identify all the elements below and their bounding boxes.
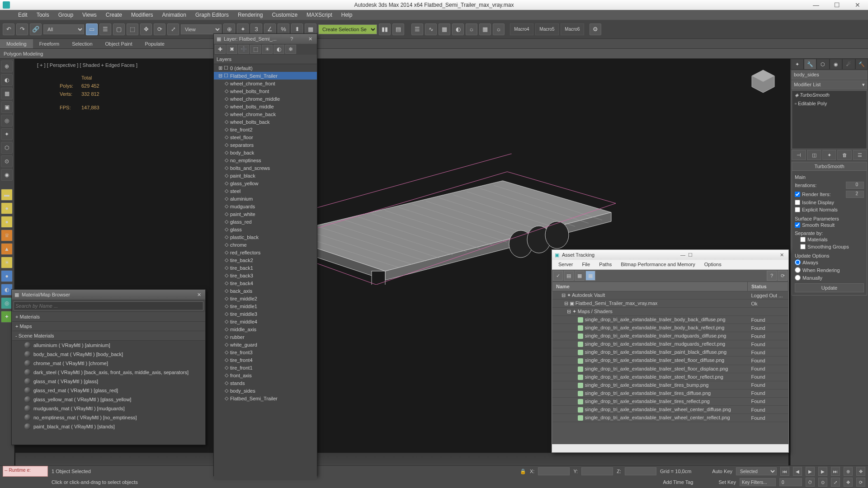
layer-row[interactable]: ◇tire_back2 [214, 256, 317, 264]
render-frame-button[interactable]: ▦ [479, 23, 491, 35]
asset-row[interactable]: single_drop_tri_axle_extandable_trailer_… [552, 389, 788, 397]
layer-row[interactable]: ◇back_axis [214, 287, 317, 295]
move-button[interactable]: ✥ [140, 23, 152, 35]
layer-row[interactable]: ◇tire_middle2 [214, 295, 317, 302]
stack-item[interactable]: ◈ TurboSmooth [792, 91, 867, 99]
asset-menu-server[interactable]: Server [554, 260, 577, 269]
highlight-icon[interactable]: ☀ [262, 45, 273, 54]
asset-row[interactable]: single_drop_tri_axle_extandable_trailer_… [552, 357, 788, 365]
layer-row[interactable]: ◇front_axis [214, 371, 317, 379]
tool-13[interactable]: ♕ [1, 230, 13, 241]
tool-7[interactable]: ⬡ [1, 142, 13, 154]
asset-refresh-icon[interactable]: ⟳ [778, 271, 788, 281]
layer-dialog[interactable]: ▦Layer: Flatbed_Semi_...?✕ ✚ ✖ ➕ ⬚ ☀ ◐ ❄… [213, 33, 317, 476]
layer-row[interactable]: ◇bolts_and_screws [214, 164, 317, 172]
nav-6[interactable]: ⟳ [856, 478, 865, 487]
tool-9[interactable]: ◉ [1, 169, 13, 181]
layer-row[interactable]: ◇wheel_chrome_middle [214, 95, 317, 103]
ribbon-tab-modeling[interactable]: Modeling [0, 39, 33, 48]
layer-row[interactable]: ◇steel [214, 187, 317, 195]
asset-row[interactable]: single_drop_tri_axle_extandable_trailer_… [552, 340, 788, 348]
keymode-select[interactable]: Selected [736, 467, 777, 475]
update-manual-radio[interactable] [795, 275, 801, 281]
freeze-icon[interactable]: ❄ [285, 45, 296, 54]
tool-6[interactable]: ✦ [1, 128, 13, 140]
explicit-check[interactable] [795, 207, 800, 212]
ribbon-tab-selection[interactable]: Selection [66, 39, 99, 48]
asset-row[interactable]: single_drop_tri_axle_extandable_trailer_… [552, 348, 788, 357]
material-item[interactable]: glass_red_mat ( VRayMtl ) [glass_red] [12, 386, 205, 395]
remove-modifier-icon[interactable]: 🗑 [837, 150, 852, 160]
scene-materials-group[interactable]: - Scene Materials [12, 331, 205, 341]
layer-row[interactable]: ◇red_reflectors [214, 249, 317, 256]
layer-row[interactable]: ⊞ ☐0 (default) [214, 64, 317, 72]
minimize-icon[interactable]: — [680, 252, 685, 258]
material-item[interactable]: paint_black_mat ( VRayMtl ) [stands] [12, 422, 205, 431]
layer-row[interactable]: ◇glass_red [214, 218, 317, 225]
macro-button[interactable]: Macro5 [535, 23, 559, 35]
layer-manager-button[interactable]: ☰ [411, 23, 423, 35]
layer-row[interactable]: ◇tire_front2 [214, 126, 317, 133]
material-item[interactable]: alluminium ( VRayMtl ) [aluminium] [12, 341, 205, 350]
pin-stack-icon[interactable]: ⊣ [792, 150, 806, 160]
layer-row[interactable]: ◇steel_floor [214, 133, 317, 141]
key-filters-button[interactable]: Key Filters... [740, 478, 776, 486]
maximize-icon[interactable]: ☐ [688, 252, 693, 258]
tool-12[interactable]: ● [1, 216, 13, 228]
selection-filter[interactable]: All [43, 24, 84, 34]
materials-group[interactable]: + Materials [12, 312, 205, 322]
material-search-input[interactable] [14, 301, 203, 310]
layer-row[interactable]: ◇middle_axis [214, 325, 317, 333]
isoline-check[interactable] [795, 200, 800, 205]
asset-row[interactable]: single_drop_tri_axle_extandable_trailer_… [552, 365, 788, 373]
layer-row[interactable]: ◇Flatbed_Semi_Trailer [214, 394, 317, 402]
utility-tab[interactable]: 🔨 [855, 59, 868, 70]
time-config-button[interactable]: ⏱ [806, 478, 815, 487]
layer-row[interactable]: ◇tire_middle1 [214, 302, 317, 310]
asset-row[interactable]: single_drop_tri_axle_extandable_trailer_… [552, 406, 788, 414]
modifier-list-dropdown[interactable]: Modifier List▾ [792, 80, 867, 89]
viewport-label[interactable]: [ + ] [ Perspective ] [ Shaded + Edged F… [37, 62, 137, 68]
layer-row[interactable]: ◇wheel_bolts_front [214, 87, 317, 95]
layer-row[interactable]: ◇glass [214, 225, 317, 233]
asset-menu-file[interactable]: File [577, 260, 594, 269]
tool-14[interactable]: ▲ [1, 243, 13, 255]
align-button[interactable]: ▤ [392, 23, 404, 35]
asset-row[interactable]: single_drop_tri_axle_extandable_trailer_… [552, 316, 788, 324]
material-item[interactable]: mudguards_mat ( VRayMtl ) [mudguards] [12, 404, 205, 413]
layer-row[interactable]: ◇body_back [214, 149, 317, 156]
select-layer-icon[interactable]: ⬚ [250, 45, 261, 54]
layer-row[interactable]: ◇tire_back3 [214, 272, 317, 279]
menu-rendering[interactable]: Rendering [233, 10, 267, 19]
menu-graph-editors[interactable]: Graph Editors [191, 10, 233, 19]
ribbon-tab-object paint[interactable]: Object Paint [99, 39, 139, 48]
menu-maxscript[interactable]: MAXScript [302, 10, 337, 19]
x-input[interactable] [538, 467, 570, 475]
material-item[interactable]: no_emptiness_mat ( VRayMtl ) [no_emptine… [12, 413, 205, 422]
close-button[interactable]: ✕ [847, 0, 868, 10]
render-iters-spinner[interactable]: 2 [846, 191, 864, 198]
undo-button[interactable]: ↶ [3, 23, 14, 35]
layer-row[interactable]: ◇separators [214, 141, 317, 149]
asset-tool-3[interactable]: ▦ [575, 271, 585, 281]
nav-2[interactable]: ✥ [856, 467, 865, 476]
new-layer-icon[interactable]: ✚ [215, 45, 226, 54]
update-button[interactable]: Update [795, 283, 864, 292]
close-icon[interactable]: ✕ [778, 252, 786, 258]
schematic-button[interactable]: ▦ [439, 23, 450, 35]
material-item[interactable]: chrome_mat ( VRayMtl ) [chrome] [12, 359, 205, 368]
layer-row[interactable]: ◇glass_yellow [214, 179, 317, 187]
tool-16[interactable]: ● [1, 270, 13, 282]
select-region-button[interactable]: ▢ [113, 23, 125, 35]
layer-row[interactable]: ◇tire_middle4 [214, 318, 317, 325]
material-browser-dialog[interactable]: ▦Material/Map Browser✕ + Materials + Map… [11, 289, 206, 445]
menu-group[interactable]: Group [54, 10, 78, 19]
layer-row[interactable]: ◇tire_back1 [214, 264, 317, 272]
y-input[interactable] [581, 467, 613, 475]
asset-row[interactable]: ⊟ ▣ Flatbed_Semi_Trailer_max_vray.maxOk [552, 300, 788, 308]
hierarchy-tab[interactable]: ⬡ [816, 59, 830, 70]
gear-icon[interactable]: ⚙ [590, 23, 601, 35]
tool-3[interactable]: ▦ [1, 88, 13, 99]
macro-button[interactable]: Macro6 [561, 23, 584, 35]
asset-row[interactable]: single_drop_tri_axle_extandable_trailer_… [552, 397, 788, 405]
